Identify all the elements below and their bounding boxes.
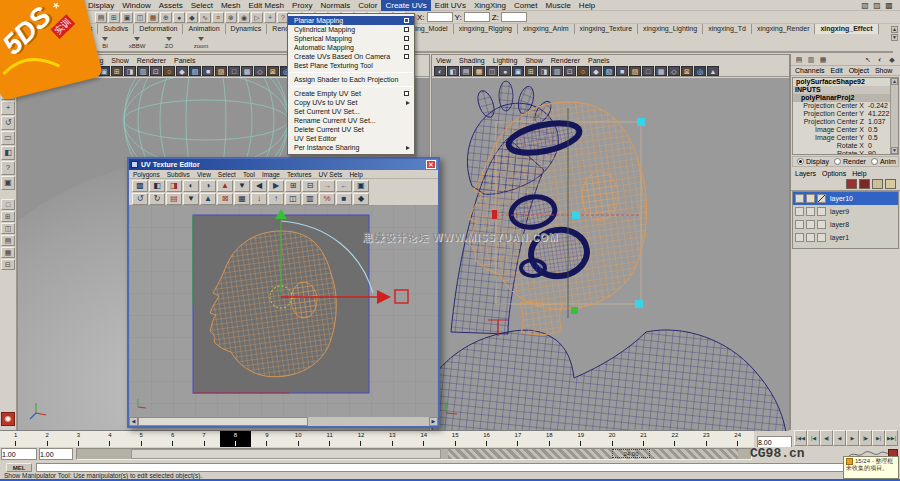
layer-playback-toggle[interactable] bbox=[806, 233, 815, 242]
dropdown-menu-item[interactable]: UV Set Editor bbox=[288, 134, 414, 143]
range-min-input[interactable] bbox=[39, 448, 73, 460]
scroll-left-icon[interactable]: ◀ bbox=[129, 417, 138, 426]
menu-item[interactable]: Edit UVs bbox=[431, 0, 470, 11]
frame-cell[interactable]: 16 bbox=[471, 431, 502, 447]
channel-attribute-row[interactable]: Image Center Y 0.5 bbox=[793, 134, 898, 142]
viewport-toolbar-icon[interactable]: ▩ bbox=[655, 66, 667, 76]
projection-handle-icon[interactable] bbox=[492, 210, 497, 219]
panel-menu-item[interactable]: Show bbox=[111, 57, 129, 64]
layout-button-icon[interactable]: ◫ bbox=[1, 223, 15, 234]
new-layer-icon[interactable] bbox=[885, 179, 896, 189]
scroll-down-icon[interactable]: ▼ bbox=[891, 147, 898, 154]
layer-playback-toggle[interactable] bbox=[806, 220, 815, 229]
shelf-tab[interactable]: xingxing_Td bbox=[703, 24, 752, 34]
layer-mode-radio[interactable]: Display bbox=[797, 158, 829, 165]
frame-cell[interactable]: 17 bbox=[502, 431, 533, 447]
viewport-toolbar-icon[interactable]: ◧ bbox=[447, 66, 459, 76]
mel-button[interactable]: MEL bbox=[6, 463, 32, 472]
viewport-toolbar-icon[interactable]: ▣ bbox=[512, 66, 524, 76]
status-line-icon[interactable]: ◆ bbox=[186, 12, 198, 23]
frame-cell[interactable]: 22 bbox=[659, 431, 690, 447]
projection-handle-icon[interactable] bbox=[637, 118, 645, 126]
uv-toolbar-icon[interactable]: → bbox=[319, 180, 335, 192]
frame-cell[interactable]: 15 bbox=[439, 431, 470, 447]
scroll-right-icon[interactable]: ▶ bbox=[429, 417, 438, 426]
viewport-toolbar-icon[interactable]: ⊠ bbox=[681, 66, 693, 76]
channel-box-menu-item[interactable]: Show bbox=[875, 67, 893, 74]
channel-box-scrollbar[interactable]: ▲ ▼ bbox=[890, 78, 898, 154]
uv-editor-menu-item[interactable]: Subdivs bbox=[167, 171, 190, 178]
shelf-item[interactable]: xBBW bbox=[124, 37, 150, 49]
channel-box-menu-item[interactable]: Edit bbox=[831, 67, 843, 74]
shelf-scroll-down-icon[interactable]: ▼ bbox=[891, 34, 898, 41]
shelf-tab[interactable]: Animation bbox=[183, 24, 225, 34]
frame-cell[interactable]: 9 bbox=[251, 431, 282, 447]
viewport-toolbar-icon[interactable]: ◨ bbox=[538, 66, 550, 76]
range-start-input[interactable] bbox=[1, 448, 37, 460]
shape-node-name[interactable]: polySurfaceShape92 bbox=[793, 78, 898, 86]
dropdown-menu-item[interactable]: Per Instance Sharing bbox=[288, 143, 414, 152]
range-slider-thumb[interactable] bbox=[131, 449, 441, 459]
menu-item[interactable]: Help bbox=[575, 0, 599, 11]
uv-toolbar-icon[interactable]: ▦ bbox=[234, 193, 250, 205]
notification-popup[interactable]: 15/24 - 整理框 未收集的项目。 bbox=[843, 456, 899, 479]
uv-editor-menu-item[interactable]: Select bbox=[218, 171, 236, 178]
viewport-toolbar-icon[interactable]: ◇ bbox=[668, 66, 680, 76]
viewport-toolbar-icon[interactable]: ⊞ bbox=[525, 66, 537, 76]
projection-handle-icon[interactable] bbox=[572, 211, 580, 219]
menu-item[interactable]: Create UVs bbox=[381, 0, 430, 11]
viewport-toolbar-icon[interactable]: ⊠ bbox=[267, 66, 279, 76]
layout-button-icon[interactable]: ⊟ bbox=[1, 259, 15, 270]
channel-attribute-row[interactable]: Projection Center Z 1.037 bbox=[793, 118, 898, 126]
frame-cell[interactable]: 13 bbox=[377, 431, 408, 447]
viewport-toolbar-icon[interactable]: ▩ bbox=[241, 66, 253, 76]
panel-menu-item[interactable]: View bbox=[436, 57, 451, 64]
viewport-toolbar-icon[interactable]: ⊡ bbox=[564, 66, 576, 76]
channel-box-menu-item[interactable]: Object bbox=[849, 67, 869, 74]
render-view-icon[interactable]: ◉ bbox=[1, 412, 15, 426]
mel-input[interactable] bbox=[36, 463, 874, 472]
shelf-tab[interactable]: Subdivs bbox=[98, 24, 134, 34]
uv-toolbar-icon[interactable]: ↺ bbox=[132, 193, 148, 205]
channel-attribute-row[interactable]: Rotate Y 90 bbox=[793, 150, 898, 155]
uv-editor-menu-item[interactable]: Tool bbox=[243, 171, 255, 178]
panel-menu-item[interactable]: Renderer bbox=[551, 57, 580, 64]
uv-editor-menu-item[interactable]: View bbox=[197, 171, 211, 178]
status-line-icon[interactable]: ◫ bbox=[134, 12, 146, 23]
frame-cell[interactable]: 1 bbox=[0, 431, 31, 447]
uv-toolbar-icon[interactable]: ◧ bbox=[149, 180, 165, 192]
panel-menu-item[interactable]: Lighting bbox=[493, 57, 518, 64]
status-line-icon[interactable]: ● bbox=[173, 12, 185, 23]
frame-cell[interactable]: 6 bbox=[157, 431, 188, 447]
key-icon[interactable]: ◐ bbox=[875, 55, 885, 64]
playback-button-icon[interactable]: |▶ bbox=[859, 430, 872, 446]
viewport-toolbar-icon[interactable]: ◆ bbox=[176, 66, 188, 76]
uv-toolbar-icon[interactable]: ▼ bbox=[234, 180, 250, 192]
menu-item[interactable]: Proxy bbox=[288, 0, 316, 11]
viewport-toolbar-icon[interactable]: ▥ bbox=[137, 66, 149, 76]
status-line-icon[interactable]: ∿ bbox=[199, 12, 211, 23]
shelf-tab[interactable]: xingxing_Rigging bbox=[454, 24, 518, 34]
frame-cell[interactable]: 8 bbox=[220, 431, 251, 447]
new-layer-icon[interactable] bbox=[872, 179, 883, 189]
frame-cell[interactable]: 10 bbox=[283, 431, 314, 447]
tool-icon[interactable]: ◧ bbox=[1, 146, 15, 160]
layer-row[interactable]: layer10 bbox=[793, 192, 898, 205]
channel-attribute-row[interactable]: Rotate X 0 bbox=[793, 142, 898, 150]
playback-button-icon[interactable]: ◀ bbox=[833, 430, 846, 446]
frame-cell[interactable]: 19 bbox=[565, 431, 596, 447]
uv-toolbar-icon[interactable]: ◐ bbox=[183, 180, 199, 192]
menu-item[interactable]: Assets bbox=[155, 0, 187, 11]
input-node-name[interactable]: polyPlanarProj2 bbox=[793, 94, 898, 102]
uv-toolbar-icon[interactable]: ⊠ bbox=[217, 193, 233, 205]
uv-toolbar-icon[interactable]: ◆ bbox=[353, 193, 369, 205]
status-line-icon[interactable]: ▤ bbox=[95, 12, 107, 23]
uv-toolbar-icon[interactable]: ▤ bbox=[166, 193, 182, 205]
viewport-toolbar-icon[interactable]: ◎ bbox=[694, 66, 706, 76]
right-viewport-canvas[interactable] bbox=[432, 78, 789, 431]
layer-visibility-toggle[interactable] bbox=[795, 233, 804, 242]
viewport-toolbar-icon[interactable]: ▧ bbox=[603, 66, 615, 76]
uv-toolbar-icon[interactable]: ◀ bbox=[251, 180, 267, 192]
layer-editor-menu-item[interactable]: Help bbox=[852, 170, 866, 177]
uv-toolbar-icon[interactable]: ↓ bbox=[251, 193, 267, 205]
